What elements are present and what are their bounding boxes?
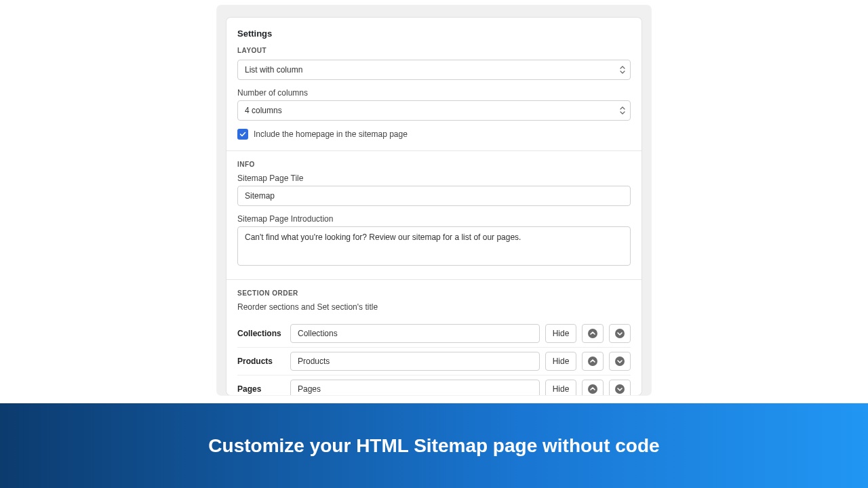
banner-text: Customize your HTML Sitemap page without… xyxy=(208,435,659,457)
section-label: Products xyxy=(237,357,285,366)
section-label: Collections xyxy=(237,329,285,338)
move-up-button[interactable] xyxy=(582,380,604,395)
svg-point-3 xyxy=(615,357,625,366)
section-title-input[interactable] xyxy=(290,324,540,343)
move-up-button[interactable] xyxy=(582,352,604,371)
section-order-heading: SECTION ORDER xyxy=(237,289,631,297)
svg-point-2 xyxy=(588,357,597,366)
promo-banner: Customize your HTML Sitemap page without… xyxy=(0,403,868,488)
divider xyxy=(226,279,642,280)
section-label: Pages xyxy=(237,384,285,394)
hide-button[interactable]: Hide xyxy=(545,380,576,395)
layout-heading: LAYOUT xyxy=(237,47,631,54)
svg-point-5 xyxy=(615,384,625,394)
sitemap-title-input[interactable] xyxy=(237,186,631,206)
move-up-button[interactable] xyxy=(582,324,604,343)
sitemap-intro-label: Sitemap Page Introduction xyxy=(237,214,631,224)
move-down-button[interactable] xyxy=(609,324,631,343)
settings-card: Settings LAYOUT Number of columns Includ… xyxy=(226,18,642,395)
card-title: Settings xyxy=(237,28,631,39)
section-title-input[interactable] xyxy=(290,380,540,395)
columns-label: Number of columns xyxy=(237,88,631,98)
include-homepage-row: Include the homepage in the sitemap page xyxy=(237,129,631,140)
section-order-description: Reorder sections and Set section's title xyxy=(237,302,631,312)
columns-select-wrap xyxy=(237,100,631,121)
move-down-button[interactable] xyxy=(609,380,631,395)
sitemap-intro-textarea[interactable] xyxy=(237,226,631,266)
section-row-pages: Pages Hide xyxy=(237,375,631,395)
section-row-products: Products Hide xyxy=(237,348,631,375)
hide-button[interactable]: Hide xyxy=(545,352,576,371)
settings-panel-outer: Settings LAYOUT Number of columns Includ… xyxy=(217,5,651,395)
info-heading: INFO xyxy=(237,161,631,168)
hide-button[interactable]: Hide xyxy=(545,324,576,343)
svg-point-4 xyxy=(588,384,597,394)
include-homepage-checkbox[interactable] xyxy=(237,129,248,140)
section-row-collections: Collections Hide xyxy=(237,320,631,348)
layout-select[interactable] xyxy=(237,60,631,80)
section-order-list: Collections Hide Products Hide xyxy=(237,320,631,395)
sitemap-title-label: Sitemap Page Tile xyxy=(237,174,631,183)
move-down-button[interactable] xyxy=(609,352,631,371)
svg-point-0 xyxy=(588,329,597,338)
section-title-input[interactable] xyxy=(290,352,540,371)
columns-select[interactable] xyxy=(237,100,631,121)
divider xyxy=(226,150,642,151)
include-homepage-label: Include the homepage in the sitemap page xyxy=(254,129,408,139)
svg-point-1 xyxy=(615,329,625,338)
layout-select-wrap xyxy=(237,60,631,80)
